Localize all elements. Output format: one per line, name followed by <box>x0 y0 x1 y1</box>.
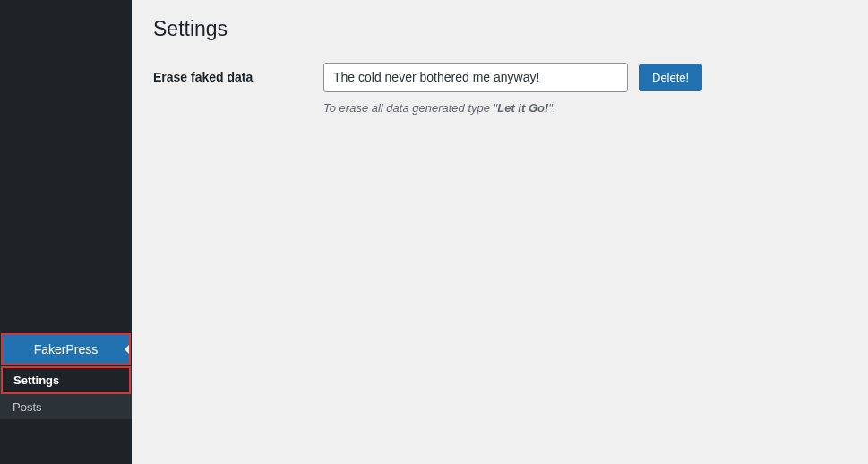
admin-sidebar: FakerPress Settings Posts <box>0 0 132 464</box>
submenu: Settings Posts <box>0 366 132 419</box>
submenu-item-posts[interactable]: Posts <box>0 395 132 419</box>
main-content: Settings Erase faked data Delete! To era… <box>132 0 868 464</box>
menu-item-fakerpress[interactable]: FakerPress <box>1 333 131 365</box>
sidebar-menu: FakerPress Settings Posts <box>0 332 132 464</box>
hint-prefix: To erase all data generated type " <box>323 101 497 115</box>
submenu-item-settings[interactable]: Settings <box>1 366 131 394</box>
sidebar-spacer <box>0 0 132 332</box>
input-row: Delete! <box>323 63 847 92</box>
erase-input[interactable] <box>323 63 628 92</box>
page-title: Settings <box>153 9 847 45</box>
erase-field: Delete! To erase all data generated type… <box>323 63 847 115</box>
delete-button[interactable]: Delete! <box>639 64 702 92</box>
hint-suffix: ". <box>548 101 555 115</box>
settings-form: Erase faked data Delete! To erase all da… <box>153 63 847 115</box>
erase-label: Erase faked data <box>153 63 305 84</box>
hint-phrase: Let it Go! <box>497 101 548 115</box>
hint-text: To erase all data generated type "Let it… <box>323 101 847 115</box>
